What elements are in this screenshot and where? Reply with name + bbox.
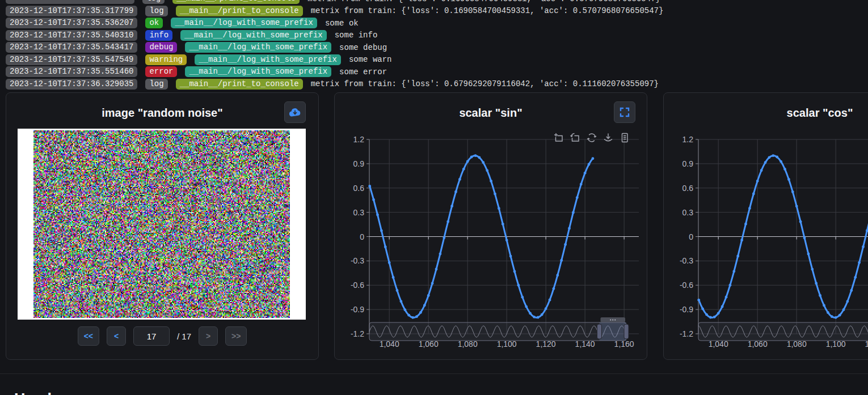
log-topic-badge: __main__/log_with_some_prefix: [171, 18, 317, 28]
y-axis-tick-label: -1.2: [680, 329, 693, 338]
chart-toolbox: [554, 133, 630, 143]
log-panel: log__main__/print_to_consolemetrix from …: [6, 0, 663, 90]
datazoom-slider[interactable]: [698, 322, 868, 341]
log-level-badge: info: [145, 30, 172, 41]
y-axis-tick-label: 0.9: [353, 159, 365, 168]
y-axis-tick-label: -0.9: [351, 305, 364, 314]
log-topic-badge: __main__/print_to_console: [176, 79, 303, 90]
y-axis-tick-label: 1.2: [682, 135, 694, 144]
log-topic-badge: __main__/log_with_some_prefix: [185, 66, 331, 77]
last-page-button[interactable]: >>: [225, 326, 247, 346]
restore-icon[interactable]: [587, 133, 597, 143]
log-level-badge: debug: [145, 42, 177, 53]
y-axis-tick-label: 0.9: [682, 159, 694, 168]
log-timestamp-badge: [6, 0, 134, 4]
log-row: log__main__/print_to_consolemetrix from …: [6, 0, 663, 5]
image-card: image "random noise" << < / 17 > >>: [6, 92, 319, 360]
log-row: 2023-12-10T17:37:35.540310info__main__/l…: [6, 29, 663, 42]
data-view-icon[interactable]: [620, 133, 630, 143]
section-divider: [0, 373, 868, 374]
log-timestamp-badge: 2023-12-10T17:37:35.536207: [6, 18, 137, 28]
prev-page-button[interactable]: <: [107, 326, 126, 346]
log-message: some debug: [339, 43, 387, 52]
zoom-select-icon[interactable]: [554, 133, 564, 143]
y-axis-tick-label: -0.6: [351, 281, 364, 290]
log-row: 2023-12-10T17:37:35.536207ok__main__/log…: [6, 17, 663, 29]
first-page-button[interactable]: <<: [78, 326, 99, 346]
log-message: some warn: [349, 55, 392, 64]
log-message: some info: [335, 31, 378, 40]
save-image-icon[interactable]: [603, 133, 613, 143]
y-axis-tick-label: 0.3: [353, 208, 365, 217]
log-level-badge: log: [142, 0, 165, 4]
scalar-sin-card: scalar "sin" 1.20.90.60.30-0.3-0.6-0.9-1…: [334, 92, 647, 360]
y-axis-tick-label: -0.9: [680, 305, 693, 314]
y-axis-tick-label: 0: [689, 232, 693, 241]
download-image-button[interactable]: [284, 101, 306, 123]
log-row: 2023-12-10T17:37:35.317799log__main__/pr…: [6, 5, 663, 18]
log-message: metrix from train: {'loss': 0.1690584700…: [311, 6, 664, 15]
y-axis-tick-label: -0.6: [680, 281, 693, 290]
log-topic-badge: __main__/log_with_some_prefix: [185, 42, 331, 53]
log-level-badge: error: [145, 66, 177, 77]
log-message: metrix from train: {'loss': 0.6796292079…: [311, 79, 659, 88]
datazoom-slider[interactable]: [369, 322, 626, 341]
page-number-input[interactable]: [133, 326, 170, 346]
log-level-badge: log: [145, 6, 167, 16]
pagination: << < / 17 > >>: [6, 326, 318, 346]
zoom-back-icon[interactable]: [570, 133, 580, 143]
log-row: 2023-12-10T17:37:35.547549warning__main_…: [6, 54, 663, 66]
page-total-label: / 17: [177, 332, 191, 341]
image-plate: [18, 129, 306, 320]
scalar-cos-card: scalar "cos" 1.20.90.60.30-0.3-0.6-0.9-1…: [663, 92, 868, 360]
log-row: 2023-12-10T17:37:35.551460error__main__/…: [6, 66, 663, 78]
datazoom-handle-right[interactable]: [624, 324, 629, 339]
log-message: metrix from train: {'loss': 0.1690584700…: [307, 0, 660, 3]
log-topic-badge: __main__/log_with_some_prefix: [195, 54, 341, 65]
log-topic-badge: __main__/print_to_console: [176, 6, 303, 16]
y-axis-tick-label: 0.3: [682, 208, 694, 217]
datazoom-handle-left[interactable]: [597, 324, 601, 339]
log-topic-badge: __main__/log_with_some_prefix: [180, 30, 327, 41]
image-card-title: image "random noise": [6, 107, 318, 120]
random-noise-image: [33, 130, 290, 318]
y-axis-tick-label: 1.2: [353, 135, 365, 144]
y-axis-tick-label: -1.2: [351, 329, 364, 338]
log-level-badge: ok: [145, 18, 163, 28]
y-axis-tick-label: 0.6: [682, 184, 694, 193]
log-message: some error: [339, 67, 387, 77]
y-axis-tick-label: 0: [360, 232, 364, 241]
log-topic-badge: __main__/print_to_console: [172, 0, 300, 4]
log-timestamp-badge: 2023-12-10T17:37:35.543417: [6, 42, 137, 53]
datazoom-window[interactable]: [599, 322, 626, 341]
section-heading: Header: [14, 390, 66, 395]
y-axis-tick-label: -0.3: [680, 256, 693, 265]
cloud-download-icon: [288, 107, 302, 118]
log-row: 2023-12-10T17:37:36.329035log__main__/pr…: [6, 78, 663, 91]
log-level-badge: log: [145, 79, 167, 90]
log-timestamp-badge: 2023-12-10T17:37:35.547549: [6, 54, 137, 65]
log-message: some ok: [325, 19, 359, 28]
log-timestamp-badge: 2023-12-10T17:37:35.540310: [6, 30, 137, 41]
log-timestamp-badge: 2023-12-10T17:37:36.329035: [6, 79, 137, 90]
log-level-badge: warning: [145, 54, 187, 65]
log-timestamp-badge: 2023-12-10T17:37:35.317799: [6, 6, 137, 16]
log-row: 2023-12-10T17:37:35.543417debug__main__/…: [6, 41, 663, 54]
next-page-button[interactable]: >: [199, 326, 218, 346]
y-axis-tick-label: 0.6: [353, 184, 365, 193]
log-timestamp-badge: 2023-12-10T17:37:35.551460: [6, 66, 137, 77]
y-axis-tick-label: -0.3: [351, 256, 364, 265]
cos-chart-plot[interactable]: 1.20.90.60.30-0.3-0.6-0.9-1.21,0401,0601…: [664, 93, 868, 360]
